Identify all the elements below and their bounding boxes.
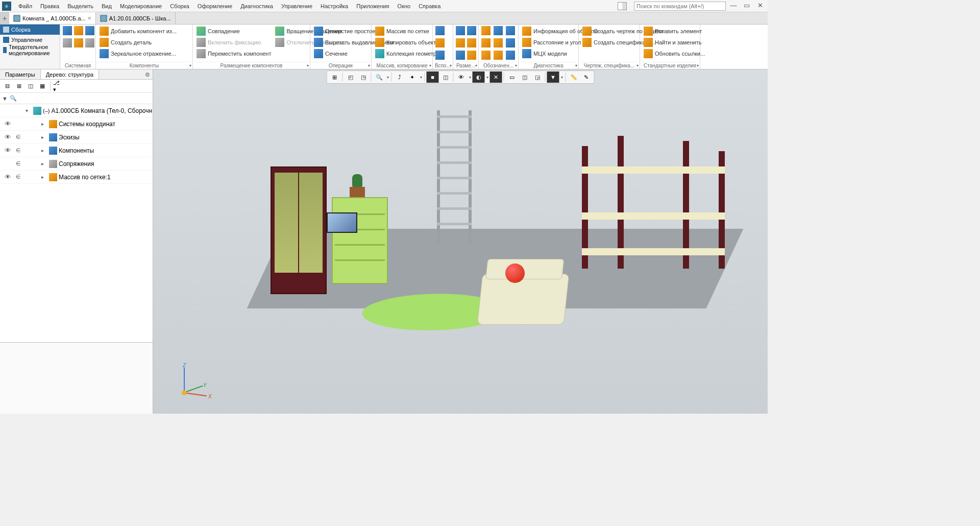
menu-Справка[interactable]: Справка — [414, 0, 445, 12]
enable-fix-button[interactable]: Включить фиксацию — [195, 37, 273, 48]
tree-mode-icon[interactable]: ⎇ ▾ — [53, 81, 63, 91]
menu-Файл[interactable]: Файл — [14, 0, 36, 12]
tree-node[interactable]: 👁∈▸Эскизы — [0, 131, 153, 144]
note-icon-9[interactable] — [505, 50, 516, 60]
panel-tab-tree[interactable]: Дерево: структура — [41, 69, 100, 79]
include-toggle-icon[interactable]: ∈ — [14, 134, 23, 140]
add-component-button[interactable]: Добавить компонент из... — [98, 26, 178, 37]
tree-node[interactable]: 👁∈▸Компоненты — [0, 144, 153, 157]
minimize-button[interactable]: — — [728, 2, 739, 11]
vp-orient-icon[interactable]: ⤴ — [394, 71, 406, 83]
note-icon-2[interactable] — [493, 26, 503, 36]
new-tab-button[interactable]: + — [0, 12, 9, 24]
tree-collapse-icon[interactable]: ⊟ — [2, 81, 12, 91]
print-icon[interactable] — [62, 38, 72, 48]
include-toggle-icon[interactable]: ∈ — [14, 160, 23, 167]
note-icon-7[interactable] — [481, 50, 491, 60]
grid-array-button[interactable]: Массив по сетке — [374, 26, 431, 37]
menu-Диагностика[interactable]: Диагностика — [236, 0, 277, 12]
copy-objects-button[interactable]: Копировать объекты — [374, 37, 442, 48]
vp-shade-solid-icon[interactable]: ■ — [427, 71, 439, 83]
vp-zoom-icon[interactable]: 🔍 — [373, 71, 385, 83]
expand-icon[interactable]: ▸ — [41, 121, 47, 127]
new-file-icon[interactable] — [62, 26, 72, 36]
expand-icon[interactable]: ▸ — [41, 134, 47, 140]
coincidence-button[interactable]: Совпадение — [195, 26, 273, 37]
vp-perspective-icon[interactable]: ◲ — [531, 71, 544, 83]
vp-plane1-icon[interactable]: ◰ — [345, 71, 357, 83]
tree-grid-icon[interactable]: ▦ — [37, 81, 47, 91]
vp-section-icon[interactable]: ◐ — [473, 71, 485, 83]
tab-close-icon[interactable]: × — [88, 15, 91, 22]
section-button[interactable]: Сечение — [312, 48, 349, 59]
ribbon-tab[interactable]: Управление — [0, 35, 60, 45]
vp-tile-icon[interactable]: ◫ — [519, 71, 531, 83]
vp-filter-icon[interactable]: ▼ — [547, 71, 559, 83]
tree-node[interactable]: 👁∈▸Массив по сетке:1 — [0, 171, 153, 184]
note-icon-5[interactable] — [493, 38, 503, 48]
include-toggle-icon[interactable]: ∈ — [14, 174, 23, 180]
vp-picker-icon[interactable]: ✎ — [580, 71, 593, 83]
note-icon-6[interactable] — [505, 38, 516, 48]
vp-shade-wire-icon[interactable]: ◫ — [439, 71, 452, 83]
menu-Выделить[interactable]: Выделить — [63, 0, 97, 12]
menu-Сборка[interactable]: Сборка — [166, 0, 193, 12]
aux-icon-3[interactable] — [435, 50, 445, 60]
ribbon-tab[interactable]: Сборка — [0, 25, 60, 35]
tree-filter-input[interactable] — [19, 95, 151, 102]
distance-angle-button[interactable]: Расстояние и угол — [521, 37, 582, 48]
vp-axes-icon[interactable]: ✦ — [406, 71, 419, 83]
dim-icon-2[interactable] — [467, 26, 477, 36]
vp-plane2-icon[interactable]: ◳ — [357, 71, 370, 83]
viewport-3d[interactable]: ⊞ ◰ ◳ 🔍▾ ⤴ ✦▾ ■ ◫ 👁▾ ◐▾ ✕ ▭ ◫ ◲ ▼▾ 📏 ✎ — [153, 69, 768, 414]
undo-icon[interactable] — [74, 38, 84, 48]
create-part-button[interactable]: Создать деталь — [98, 37, 153, 48]
move-component-button[interactable]: Переместить компонент — [195, 48, 273, 59]
find-replace-button[interactable]: Найти и заменить — [642, 37, 703, 48]
visibility-toggle-icon[interactable]: 👁 — [3, 120, 12, 128]
note-icon-8[interactable] — [493, 50, 503, 60]
ribbon-tab[interactable]: Твердотельное моделирование — [0, 45, 60, 55]
menu-Оформление[interactable]: Оформление — [193, 0, 236, 12]
note-icon-1[interactable] — [481, 26, 491, 36]
command-search-input[interactable] — [634, 2, 726, 11]
expand-icon[interactable]: ▸ — [41, 148, 47, 153]
insert-element-button[interactable]: Вставить элемент — [642, 26, 703, 37]
vp-grid-icon[interactable]: ⊞ — [329, 71, 341, 83]
menu-Окно[interactable]: Окно — [394, 0, 415, 12]
dim-icon-4[interactable] — [467, 38, 477, 48]
layout-toggle-icon[interactable] — [618, 2, 627, 10]
open-file-icon[interactable] — [74, 26, 84, 36]
menu-Вид[interactable]: Вид — [97, 0, 116, 12]
document-tab[interactable]: А1.20.01.000СБ - Шка... — [96, 12, 176, 24]
mirror-button[interactable]: Зеркальное отражение... — [98, 48, 178, 59]
dim-icon-6[interactable] — [467, 50, 477, 60]
expand-icon[interactable]: ▸ — [41, 174, 47, 180]
aux-icon-1[interactable] — [435, 26, 445, 36]
mass-props-button[interactable]: МЦХ модели — [521, 48, 569, 59]
filter-icon[interactable]: ▼ — [2, 95, 8, 102]
aux-icon-2[interactable] — [435, 38, 445, 48]
redo-icon[interactable] — [85, 38, 95, 48]
visibility-toggle-icon[interactable]: 👁 — [3, 133, 12, 141]
expand-icon[interactable]: ▸ — [41, 161, 47, 166]
vp-hlr-icon[interactable]: ✕ — [490, 71, 502, 83]
tree-root[interactable]: ▾ (–) А1.000СБ Комната (Тел-0, Сборочн — [0, 104, 153, 117]
menu-Настройка[interactable]: Настройка — [316, 0, 352, 12]
tree-expand-icon[interactable]: ⊞ — [14, 81, 24, 91]
menu-Приложения[interactable]: Приложения — [352, 0, 393, 12]
save-icon[interactable] — [85, 26, 95, 36]
visibility-toggle-icon[interactable]: 👁 — [3, 173, 12, 181]
update-links-button[interactable]: Обновить ссылки... — [642, 48, 706, 59]
include-toggle-icon[interactable]: ∈ — [14, 147, 23, 154]
vp-window-icon[interactable]: ▭ — [506, 71, 518, 83]
maximize-button[interactable]: ▭ — [741, 2, 752, 11]
vp-visibility-icon[interactable]: 👁 — [455, 71, 468, 83]
tree-view-icon[interactable]: ◫ — [26, 81, 36, 91]
visibility-toggle-icon[interactable]: 👁 — [3, 147, 12, 154]
close-button[interactable]: ✕ — [754, 2, 766, 11]
vp-measure-icon[interactable]: 📏 — [568, 71, 580, 83]
document-tab[interactable]: Комната _ А1.000СБ.а...× — [9, 12, 96, 24]
menu-Моделирование[interactable]: Моделирование — [116, 0, 166, 12]
menu-Правка[interactable]: Правка — [36, 0, 63, 12]
